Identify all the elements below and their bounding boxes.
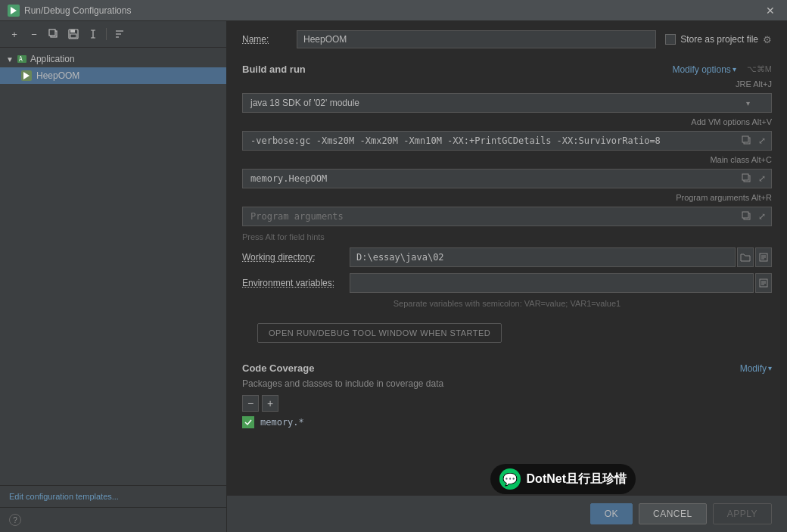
close-button[interactable]: ✕ bbox=[761, 3, 779, 18]
coverage-item-checkbox[interactable] bbox=[242, 416, 254, 428]
copy-config-button[interactable] bbox=[45, 26, 62, 42]
prog-args-hint-row: Program arguments Alt+R bbox=[227, 191, 787, 204]
env-vars-input[interactable] bbox=[350, 273, 754, 293]
working-dir-label: Working directory: bbox=[242, 252, 341, 263]
svg-rect-15 bbox=[742, 174, 748, 180]
coverage-remove-btn[interactable]: − bbox=[242, 395, 259, 412]
working-dir-row: Working directory: bbox=[227, 244, 787, 270]
main-class-icons: ⤢ bbox=[740, 172, 769, 185]
prog-args-icons: ⤢ bbox=[740, 210, 769, 223]
vm-options-input[interactable] bbox=[242, 131, 772, 151]
svg-rect-2 bbox=[49, 30, 55, 36]
prog-args-hint: Program arguments Alt+R bbox=[676, 193, 772, 202]
prog-args-expand-icon[interactable]: ⤢ bbox=[755, 210, 769, 223]
store-project-row: Store as project file ⚙ bbox=[665, 34, 772, 45]
modify-options-label: Modify options bbox=[672, 64, 730, 75]
modify-shortcut: ⌥⌘M bbox=[747, 64, 772, 74]
remove-config-button[interactable]: − bbox=[26, 26, 42, 42]
toggle-tool-window-button[interactable]: OPEN RUN/DEBUG TOOL WINDOW WHEN STARTED bbox=[257, 323, 502, 343]
tree-item-heapoom[interactable]: HeepOOM bbox=[0, 67, 226, 84]
vm-options-copy-icon[interactable] bbox=[740, 134, 754, 148]
jre-value: java 18 SDK of '02' module bbox=[250, 98, 359, 108]
code-coverage-section: Code Coverage Modify ▾ bbox=[227, 355, 787, 377]
vm-options-icons: ⤢ bbox=[740, 134, 769, 148]
vm-options-expand-icon[interactable]: ⤢ bbox=[755, 134, 769, 148]
working-dir-folder-btn[interactable] bbox=[737, 247, 754, 267]
jre-hint-row: JRE Alt+J bbox=[227, 78, 787, 90]
store-project-checkbox[interactable] bbox=[665, 34, 676, 45]
modify-label: Modify bbox=[740, 363, 767, 374]
main-class-copy-icon[interactable] bbox=[740, 172, 754, 185]
move-config-button[interactable] bbox=[85, 26, 101, 42]
toolbar-separator bbox=[106, 28, 107, 40]
svg-marker-11 bbox=[23, 72, 30, 79]
name-row: Name: Store as project file ⚙ bbox=[227, 21, 787, 58]
app-icon bbox=[8, 5, 20, 17]
modify-arrow: ▾ bbox=[768, 364, 772, 372]
modify-options-arrow: ▾ bbox=[733, 65, 736, 73]
env-hint: Separate variables with semicolon: VAR=v… bbox=[227, 296, 787, 311]
coverage-item-memory: memory.* bbox=[227, 413, 787, 431]
main-class-input[interactable] bbox=[242, 169, 772, 188]
toggle-button-container: OPEN RUN/DEBUG TOOL WINDOW WHEN STARTED bbox=[227, 311, 787, 355]
coverage-toolbar: − + bbox=[227, 394, 787, 413]
gear-icon[interactable]: ⚙ bbox=[763, 34, 772, 45]
tree-item-label: HeepOOM bbox=[36, 70, 79, 81]
working-dir-edit-btn[interactable] bbox=[755, 247, 772, 267]
main-class-hint-row: Main class Alt+C bbox=[227, 154, 787, 166]
edit-templates-link[interactable]: Edit configuration templates... bbox=[0, 485, 226, 507]
vm-options-row: ⤢ bbox=[227, 128, 787, 154]
sidebar-toolbar: + − bbox=[0, 21, 226, 48]
prog-args-input-wrapper: ⤢ bbox=[242, 207, 772, 226]
store-project-label: Store as project file bbox=[680, 34, 758, 45]
working-dir-input[interactable] bbox=[350, 247, 736, 267]
cancel-button[interactable]: CANCEL bbox=[639, 503, 707, 524]
save-config-button[interactable] bbox=[65, 26, 82, 42]
working-dir-input-wrapper bbox=[350, 247, 772, 267]
env-vars-row: Environment variables: bbox=[227, 270, 787, 296]
coverage-item-label: memory.* bbox=[260, 417, 304, 428]
tree-group-label: Application bbox=[30, 54, 75, 64]
build-run-title: Build and run bbox=[242, 64, 306, 75]
vm-options-input-wrapper: ⤢ bbox=[242, 131, 772, 151]
vm-options-hint-row: Add VM options Alt+V bbox=[227, 116, 787, 128]
title-bar: Run/Debug Configurations ✕ bbox=[0, 0, 787, 21]
prog-args-row: ⤢ bbox=[227, 204, 787, 229]
prog-args-copy-icon[interactable] bbox=[740, 210, 754, 223]
tree-arrow: ▼ bbox=[6, 55, 14, 64]
help-icon: ? bbox=[9, 514, 21, 526]
sidebar-tree: ▼ A Application HeepOOM bbox=[0, 48, 226, 485]
build-run-section-header: Build and run Modify options ▾ ⌥⌘M bbox=[227, 58, 787, 78]
code-coverage-title: Code Coverage bbox=[242, 362, 314, 374]
ok-button[interactable]: OK bbox=[590, 503, 633, 524]
add-config-button[interactable]: + bbox=[6, 26, 23, 42]
coverage-description: Packages and classes to include in cover… bbox=[227, 377, 787, 394]
modify-options-link[interactable]: Modify options ▾ bbox=[672, 64, 736, 75]
svg-rect-17 bbox=[742, 212, 748, 218]
coverage-add-btn[interactable]: + bbox=[262, 395, 278, 412]
env-vars-label: Environment variables: bbox=[242, 278, 341, 288]
name-input[interactable] bbox=[297, 30, 656, 48]
tree-item-icon bbox=[21, 70, 32, 81]
sort-config-button[interactable] bbox=[111, 26, 128, 42]
env-vars-edit-btn[interactable] bbox=[755, 273, 772, 293]
content-panel: Name: Store as project file ⚙ Build and … bbox=[227, 21, 787, 532]
code-coverage-modify-link[interactable]: Modify ▾ bbox=[740, 363, 772, 374]
bottom-spacing bbox=[227, 431, 787, 462]
prog-args-input[interactable] bbox=[242, 207, 772, 226]
svg-marker-0 bbox=[11, 7, 17, 14]
sidebar-help[interactable]: ? bbox=[0, 507, 226, 532]
modify-options-area: Modify options ▾ ⌥⌘M bbox=[672, 64, 772, 75]
env-vars-input-wrapper bbox=[350, 273, 772, 293]
dialog-title: Run/Debug Configurations bbox=[24, 5, 131, 16]
apply-button: APPLY bbox=[713, 503, 772, 524]
vm-options-hint: Add VM options Alt+V bbox=[691, 117, 772, 126]
main-class-expand-icon[interactable]: ⤢ bbox=[755, 172, 769, 185]
tree-group-application[interactable]: ▼ A Application bbox=[0, 51, 226, 67]
content-scroll: Name: Store as project file ⚙ Build and … bbox=[227, 21, 787, 495]
title-bar-left: Run/Debug Configurations bbox=[8, 5, 131, 17]
application-group-icon: A bbox=[17, 54, 27, 64]
svg-rect-5 bbox=[70, 34, 76, 38]
jre-dropdown[interactable]: java 18 SDK of '02' module ▾ bbox=[242, 93, 772, 113]
jre-hint: JRE Alt+J bbox=[736, 79, 772, 89]
